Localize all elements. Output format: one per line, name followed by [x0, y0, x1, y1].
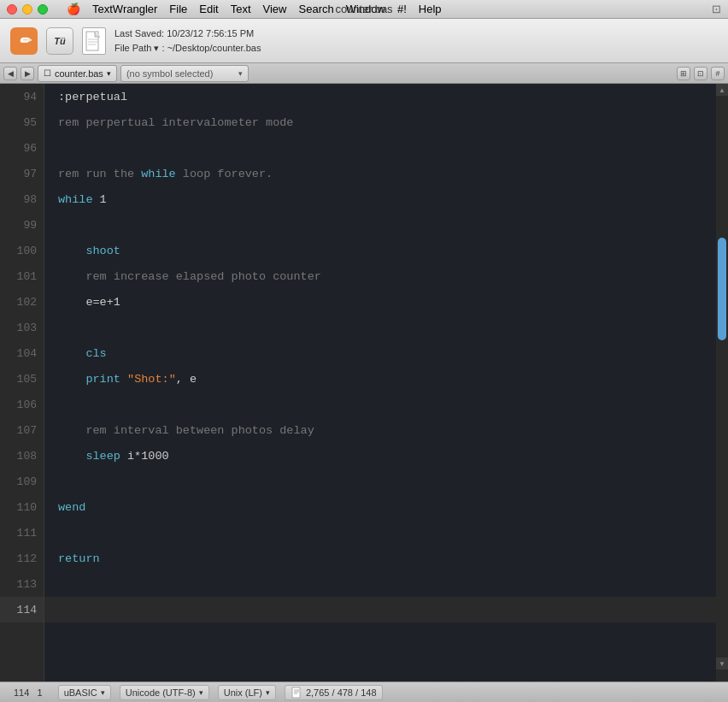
- menu-apple[interactable]: 🍎: [67, 3, 80, 15]
- line-number: 95: [0, 109, 44, 135]
- language-label: uBASIC: [64, 687, 97, 698]
- code-line[interactable]: [44, 571, 716, 597]
- tab-fwd-button[interactable]: ▶: [21, 67, 34, 80]
- code-line[interactable]: [44, 212, 716, 238]
- tab-file-item[interactable]: ☐ counter.bas ▾: [38, 65, 117, 82]
- language-selector[interactable]: uBASIC ▾: [58, 685, 111, 700]
- traffic-lights: [7, 4, 48, 15]
- toolbar: ✏ Tü Last Saved: 10/23/12 7:56:15 PM Fil…: [0, 19, 728, 63]
- line-number: 98: [0, 186, 44, 212]
- file-stats: 2,765 / 478 / 148: [285, 685, 383, 700]
- pencil-icon[interactable]: ✏: [10, 27, 38, 55]
- scrollbar-thumb[interactable]: [718, 238, 726, 340]
- code-line[interactable]: sleep i*1000: [44, 443, 716, 469]
- line-number: 102: [0, 289, 44, 315]
- hash-button[interactable]: #: [711, 67, 725, 80]
- line-number: 114: [0, 597, 44, 622]
- code-line[interactable]: :perpetual: [44, 84, 716, 109]
- split-button[interactable]: ⊡: [694, 67, 707, 80]
- menu-edit[interactable]: Edit: [199, 3, 218, 15]
- tab-bar: ◀ ▶ ☐ counter.bas ▾ (no symbol selected)…: [0, 63, 728, 84]
- minimize-button[interactable]: [22, 4, 32, 15]
- code-line[interactable]: rem increase elapsed photo counter: [44, 263, 716, 289]
- menu-file[interactable]: File: [169, 3, 187, 15]
- code-line[interactable]: while 1: [44, 186, 716, 212]
- code-line[interactable]: return: [44, 546, 716, 571]
- line-ending-dropdown-icon: ▾: [266, 688, 270, 697]
- code-editor[interactable]: :perpetualrem perpertual intervalometer …: [44, 84, 716, 681]
- line-number: 99: [0, 212, 44, 238]
- encoding-label: Unicode (UTF-8): [126, 687, 196, 698]
- line-number: 101: [0, 263, 44, 289]
- encoding-selector[interactable]: Unicode (UTF-8) ▾: [120, 685, 209, 700]
- code-line[interactable]: ​: [44, 597, 716, 622]
- code-line[interactable]: wend: [44, 494, 716, 520]
- code-line[interactable]: [44, 469, 716, 494]
- menu-text[interactable]: Text: [231, 3, 251, 15]
- tab-right-controls: ⊞ ⊡ #: [677, 67, 725, 80]
- window-title: counter.bas: [335, 3, 392, 15]
- symbol-selector[interactable]: (no symbol selected) ▾: [120, 65, 249, 82]
- line-number: 94: [0, 84, 44, 109]
- tab-back-button[interactable]: ◀: [3, 67, 17, 80]
- scrollbar-up-arrow[interactable]: ▲: [716, 84, 728, 96]
- status-line-col: 114 1: [7, 687, 50, 698]
- code-line[interactable]: shoot: [44, 238, 716, 263]
- code-line[interactable]: [44, 135, 716, 161]
- line-ending-label: Unix (LF): [224, 687, 262, 698]
- close-button[interactable]: [7, 4, 17, 15]
- line-ending-selector[interactable]: Unix (LF) ▾: [218, 685, 276, 700]
- window-zoom-icon[interactable]: ⊡: [712, 3, 721, 15]
- menu-hash[interactable]: #!: [397, 3, 407, 15]
- tab-file-name: counter.bas: [55, 68, 103, 79]
- tab-dropdown-arrow[interactable]: ▾: [107, 69, 111, 78]
- tab-file-icon: ☐: [44, 68, 51, 78]
- language-dropdown-icon: ▾: [101, 688, 105, 697]
- line-number: 113: [0, 571, 44, 597]
- encoding-dropdown-icon: ▾: [199, 688, 203, 697]
- line-number: 96: [0, 135, 44, 161]
- window-controls-right: ⊡: [712, 3, 721, 15]
- code-line[interactable]: cls: [44, 340, 716, 366]
- code-line[interactable]: rem run the while loop forever.: [44, 161, 716, 186]
- line-number: 112: [0, 546, 44, 571]
- line-number: 110: [0, 494, 44, 520]
- main-area: 9495969798991001011021031041051061071081…: [0, 84, 728, 681]
- line-number: 105: [0, 366, 44, 392]
- code-line[interactable]: [44, 392, 716, 417]
- line-number: 109: [0, 469, 44, 494]
- line-number: 108: [0, 443, 44, 469]
- file-path-label[interactable]: File Path ▾ : ~/Desktop/counter.bas: [114, 41, 261, 56]
- line-number: 106: [0, 392, 44, 417]
- menu-view[interactable]: View: [263, 3, 287, 15]
- tb-button[interactable]: Tü: [46, 27, 73, 55]
- menu-textwrangler[interactable]: TextWrangler: [92, 3, 157, 15]
- status-col: 1: [38, 687, 43, 698]
- zoom-button[interactable]: [38, 4, 48, 15]
- line-number: 97: [0, 161, 44, 186]
- scrollbar-track[interactable]: ▲ ▼: [716, 84, 728, 681]
- status-bar: 114 1 uBASIC ▾ Unicode (UTF-8) ▾ Unix (L…: [0, 681, 728, 702]
- stats-label: 2,765 / 478 / 148: [306, 687, 377, 698]
- code-line[interactable]: [44, 315, 716, 340]
- code-line[interactable]: e=e+1: [44, 289, 716, 315]
- code-line[interactable]: [44, 520, 716, 546]
- symbol-placeholder-text: (no symbol selected): [126, 68, 214, 79]
- title-bar: 🍎 TextWrangler File Edit Text View Searc…: [0, 0, 728, 19]
- line-number: 111: [0, 520, 44, 546]
- menu-help[interactable]: Help: [419, 3, 442, 15]
- file-info: Last Saved: 10/23/12 7:56:15 PM File Pat…: [114, 27, 261, 55]
- line-number: 107: [0, 417, 44, 443]
- line-number: 100: [0, 238, 44, 263]
- view-toggle-button[interactable]: ⊞: [677, 67, 690, 80]
- symbol-dropdown-arrow: ▾: [238, 69, 243, 78]
- line-number: 103: [0, 315, 44, 340]
- code-line[interactable]: rem interval between photos delay: [44, 417, 716, 443]
- file-icon: [82, 27, 106, 55]
- svg-rect-4: [292, 687, 300, 698]
- code-line[interactable]: rem perpertual intervalometer mode: [44, 109, 716, 135]
- status-line: 114: [14, 687, 29, 698]
- code-line[interactable]: print "Shot:", e: [44, 366, 716, 392]
- scrollbar-down-arrow[interactable]: ▼: [716, 658, 728, 670]
- menu-search[interactable]: Search: [299, 3, 334, 15]
